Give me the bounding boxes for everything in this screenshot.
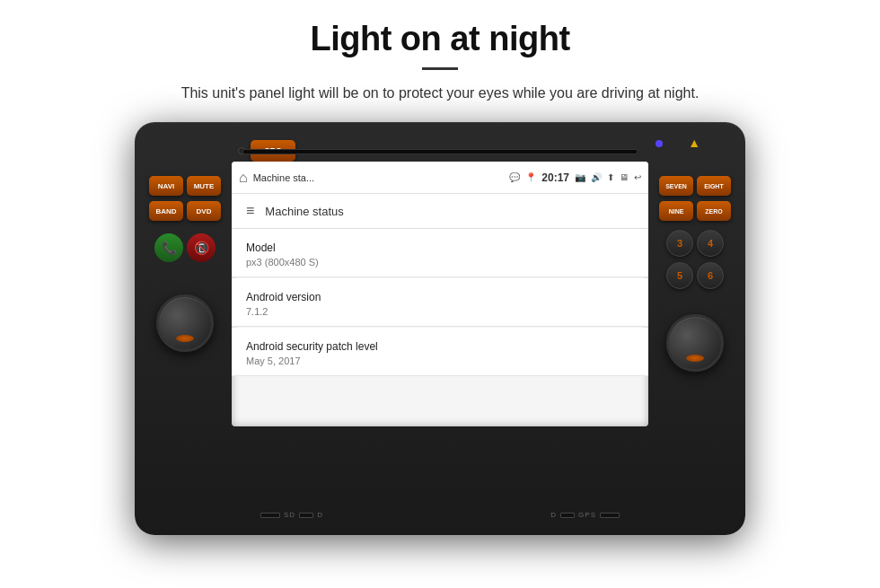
d-slot-left <box>299 513 313 518</box>
menu-icon[interactable]: ≡ <box>246 203 254 219</box>
app-list: Model px3 (800x480 S) Android version 7.… <box>232 229 648 376</box>
left-knob[interactable] <box>156 294 214 352</box>
seven-button[interactable]: SEVEN <box>659 176 693 196</box>
device-body: SRC ▲ NAVI MUTE BAND DVD 📞 📵 <box>135 122 745 535</box>
band-button[interactable]: BAND <box>149 201 183 221</box>
cd-slot <box>242 149 638 154</box>
toolbar-title: Machine status <box>265 205 343 218</box>
alert-icon: ▲ <box>688 136 700 150</box>
navi-mute-row: NAVI MUTE <box>149 176 221 196</box>
model-label: Model <box>246 241 634 254</box>
num-3-button[interactable]: 3 <box>666 230 693 257</box>
location-icon: 📍 <box>525 172 536 182</box>
back-icon[interactable]: ↩ <box>634 172 641 182</box>
dvd-button[interactable]: DVD <box>187 201 221 221</box>
indicator-dot <box>656 140 663 147</box>
page-title: Light on at night <box>54 20 826 58</box>
volume-icon: 🔊 <box>591 172 602 182</box>
home-icon[interactable]: ⌂ <box>239 170 248 186</box>
page-subtitle: This unit's panel light will be on to pr… <box>54 83 826 104</box>
sd-label: SD <box>284 511 295 519</box>
upload-icon: ⬆ <box>607 172 614 182</box>
right-knob[interactable] <box>666 314 724 372</box>
list-item-android-version: Android version 7.1.2 <box>232 278 648 327</box>
d-slot-right <box>560 513 575 518</box>
android-screen: ⌂ Machine sta... 💬 📍 20:17 📷 🔊 ⬆ 🖥 ↩ ≡ M… <box>232 162 648 426</box>
monitor-icon: 🖥 <box>620 172 629 182</box>
num-4-button[interactable]: 4 <box>697 230 724 257</box>
sd-slot-left <box>260 513 280 518</box>
camera-icon: 📷 <box>575 172 585 182</box>
phone-answer-button[interactable]: 📞 <box>154 233 183 262</box>
seven-eight-row: SEVEN EIGHT <box>659 176 731 196</box>
android-status-bar: ⌂ Machine sta... 💬 📍 20:17 📷 🔊 ⬆ 🖥 ↩ <box>232 162 648 194</box>
num-6-button[interactable]: 6 <box>697 262 724 289</box>
band-dvd-row: BAND DVD <box>149 201 221 221</box>
status-app-title: Machine sta... <box>253 172 505 183</box>
gps-slot-right <box>600 513 620 518</box>
left-knob-container <box>156 294 214 352</box>
chat-icon: 💬 <box>509 172 520 182</box>
security-patch-value: May 5, 2017 <box>246 355 634 366</box>
phone-hangup-button[interactable]: 📵 <box>187 233 216 262</box>
num-3-4-row: 3 4 <box>666 230 724 257</box>
app-toolbar: ≡ Machine status <box>232 194 648 229</box>
model-value: px3 (800x480 S) <box>246 257 634 268</box>
phone-answer-icon: 📞 <box>162 241 177 255</box>
title-divider <box>422 67 458 70</box>
right-knob-container <box>666 314 724 372</box>
list-item-security-patch: Android security patch level May 5, 2017 <box>232 328 648 376</box>
status-icons: 💬 📍 20:17 📷 🔊 ⬆ 🖥 ↩ <box>509 171 641 184</box>
left-panel: NAVI MUTE BAND DVD 📞 📵 <box>145 176 224 481</box>
phone-buttons-row: 📞 📵 <box>154 233 216 262</box>
page-header: Light on at night This unit's panel ligh… <box>0 0 880 113</box>
mute-button[interactable]: MUTE <box>187 176 221 196</box>
phone-hangup-icon: 📵 <box>194 241 209 255</box>
android-version-value: 7.1.2 <box>246 306 634 317</box>
eight-button[interactable]: EIGHT <box>697 176 731 196</box>
navi-button[interactable]: NAVI <box>149 176 183 196</box>
nine-zero-row: NINE ZERO <box>659 201 731 221</box>
num-5-6-row: 5 6 <box>666 262 724 289</box>
num-5-button[interactable]: 5 <box>666 262 693 289</box>
security-patch-label: Android security patch level <box>246 340 634 353</box>
nine-button[interactable]: NINE <box>659 201 693 221</box>
gps-label: GPS <box>578 511 596 519</box>
d-label: D <box>317 511 323 519</box>
device-bottom: SD D D GPS <box>242 511 638 519</box>
zero-button[interactable]: ZERO <box>697 201 731 221</box>
d-label-right: D <box>550 511 557 519</box>
android-version-label: Android version <box>246 291 634 303</box>
right-panel: SEVEN EIGHT NINE ZERO 3 4 5 6 <box>656 176 735 481</box>
list-item-model: Model px3 (800x480 S) <box>232 229 648 277</box>
status-time: 20:17 <box>541 171 569 184</box>
car-unit: SRC ▲ NAVI MUTE BAND DVD 📞 📵 <box>135 122 745 535</box>
